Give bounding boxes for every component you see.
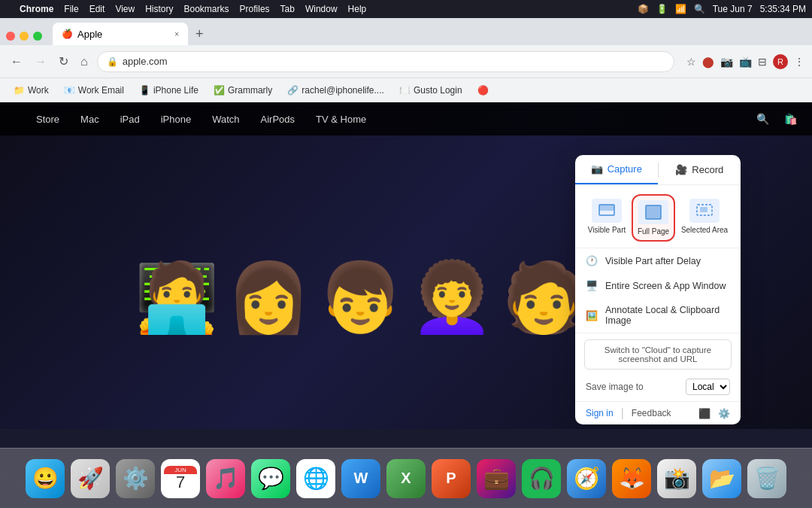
dropbox-icon[interactable]: 📦: [638, 4, 649, 14]
record-tab-label: Record: [692, 164, 723, 175]
grammarly-icon: ✅: [214, 85, 225, 96]
apple-nav-watch[interactable]: Watch: [212, 114, 239, 125]
dock-messages[interactable]: 💬: [251, 459, 290, 498]
dock-slack[interactable]: 💼: [477, 459, 516, 498]
apple-nav-tv[interactable]: TV & Home: [316, 114, 366, 125]
new-tab-button[interactable]: +: [191, 26, 208, 42]
visible-part-mode[interactable]: Visible Part: [583, 194, 630, 242]
menu-file[interactable]: File: [64, 4, 78, 14]
excel-icon: X: [401, 470, 411, 487]
tab-close-button[interactable]: ×: [174, 30, 179, 38]
apple-nav-store[interactable]: Store: [36, 114, 59, 125]
chrome-menu-icon[interactable]: ⋮: [794, 56, 804, 68]
bookmark-star-icon[interactable]: ☆: [686, 56, 696, 68]
full-page-mode[interactable]: Full Page: [632, 194, 675, 242]
firefox-icon: 🦊: [619, 466, 645, 491]
calendar-icon: JUN 7: [164, 462, 197, 495]
capture-modes: Visible Part Full Page: [575, 185, 741, 248]
apple-nav-airpods[interactable]: AirPods: [261, 114, 295, 125]
bookmark-extra[interactable]: 🔴: [471, 83, 495, 98]
apple-nav-iphone[interactable]: iPhone: [161, 114, 191, 125]
powerpoint-icon: P: [446, 470, 456, 487]
bookmark-rachel[interactable]: 🔗 rachel@iphonelife....: [281, 83, 390, 98]
dock-firefox[interactable]: 🦊: [612, 459, 651, 498]
cast-icon[interactable]: 📺: [739, 56, 752, 68]
apple-nav-mac[interactable]: Mac: [80, 114, 99, 125]
menubar: Chrome File Edit View History Bookmarks …: [0, 0, 812, 18]
record-tab[interactable]: 🎥 Record: [659, 155, 741, 184]
bookmark-work-email[interactable]: 📧 Work Email: [58, 83, 130, 98]
settings-icon[interactable]: ⚙️: [718, 408, 730, 419]
close-window-button[interactable]: [6, 32, 15, 41]
active-tab[interactable]: 🍎 Apple ×: [53, 23, 188, 45]
profile-icon[interactable]: R: [773, 54, 788, 69]
menu-history[interactable]: History: [145, 4, 173, 14]
menu-help[interactable]: Help: [348, 4, 367, 14]
reload-button[interactable]: ↻: [56, 51, 71, 71]
entire-screen-item[interactable]: 🖥️ Entire Screen & App Window: [575, 273, 741, 298]
export-icon[interactable]: ⬛: [698, 408, 710, 419]
screenshot-popup: 📷 Capture 🎥 Record: [575, 155, 741, 424]
selected-area-label: Selected Area: [681, 226, 728, 234]
annotate-local-item[interactable]: 🖼️ Annotate Local & Clipboard Image: [575, 298, 741, 333]
apple-search-icon[interactable]: 🔍: [756, 113, 769, 125]
bookmark-gusto[interactable]: 🍽️ Gusto Login: [393, 83, 468, 98]
spotify-icon: 🎧: [529, 466, 555, 491]
dock-finder[interactable]: 😀: [26, 459, 65, 498]
bookmark-work[interactable]: 📁 Work: [8, 83, 55, 98]
dock-excel[interactable]: X: [386, 459, 426, 498]
dock-powerpoint[interactable]: P: [432, 459, 471, 498]
home-button[interactable]: ⌂: [77, 52, 91, 71]
menubar-right: 📦 🔋 📶 🔍 Tue Jun 7 5:35:34 PM: [638, 4, 806, 14]
dock-chrome[interactable]: 🌐: [296, 459, 335, 498]
menu-window[interactable]: Window: [305, 4, 338, 14]
dock-trash[interactable]: 🗑️: [747, 459, 786, 498]
menu-edit[interactable]: Edit: [89, 4, 105, 14]
sidebar-toggle-icon[interactable]: ⊟: [758, 56, 767, 68]
menu-chrome[interactable]: Chrome: [20, 4, 53, 14]
menu-view[interactable]: View: [115, 4, 135, 14]
wifi-icon[interactable]: 📶: [675, 4, 686, 14]
extension-camera-icon[interactable]: 📷: [720, 56, 733, 68]
url-bar[interactable]: 🔒 apple.com: [97, 51, 674, 72]
time: 5:35:34 PM: [760, 4, 806, 14]
bookmark-gusto-label: Gusto Login: [414, 85, 462, 96]
lock-icon: 🔒: [107, 56, 118, 67]
apple-bag-icon[interactable]: 🛍️: [784, 113, 797, 125]
url-text: apple.com: [123, 56, 168, 67]
rachel-icon: 🔗: [287, 85, 298, 96]
sign-in-link[interactable]: Sign in: [586, 408, 614, 418]
fullscreen-window-button[interactable]: [33, 32, 42, 41]
dock-music[interactable]: 🎵: [206, 459, 245, 498]
menu-profiles[interactable]: Profiles: [240, 4, 270, 14]
record-tab-icon: 🎥: [675, 164, 687, 175]
dock-calendar[interactable]: JUN 7: [161, 459, 200, 498]
full-page-label: Full Page: [638, 227, 669, 236]
dock-launchpad[interactable]: 🚀: [71, 459, 110, 498]
back-button[interactable]: ←: [8, 52, 26, 71]
music-icon: 🎵: [213, 466, 239, 491]
feedback-link[interactable]: Feedback: [632, 408, 671, 418]
extension-red-icon[interactable]: ⬤: [702, 56, 714, 68]
capture-tab-icon: 📷: [591, 163, 603, 175]
forward-button[interactable]: →: [32, 52, 50, 71]
dock-spotify[interactable]: 🎧: [522, 459, 561, 498]
visible-part-delay-item[interactable]: 🕐 Visible Part after Delay: [575, 248, 741, 273]
bookmark-iphone-life[interactable]: 📱 iPhone Life: [133, 83, 205, 98]
capture-tab[interactable]: 📷 Capture: [575, 155, 658, 184]
dock-system-preferences[interactable]: ⚙️: [116, 459, 155, 498]
dock-word[interactable]: W: [341, 459, 380, 498]
menu-tab[interactable]: Tab: [280, 4, 295, 14]
bookmark-grammarly[interactable]: ✅ Grammarly: [208, 83, 278, 98]
dock-safari[interactable]: 🧭: [567, 459, 606, 498]
save-location-dropdown[interactable]: Local: [686, 379, 730, 395]
selected-area-mode[interactable]: Selected Area: [677, 194, 732, 242]
menu-bookmarks[interactable]: Bookmarks: [184, 4, 229, 14]
switch-to-cloud-button[interactable]: Switch to "Cloud" to capture screenshot …: [584, 339, 732, 370]
minimize-window-button[interactable]: [20, 32, 29, 41]
dock-files[interactable]: 📂: [702, 459, 741, 498]
svg-rect-2: [646, 205, 661, 219]
apple-nav-ipad[interactable]: iPad: [120, 114, 140, 125]
dock-screencapture[interactable]: 📸: [657, 459, 696, 498]
search-icon[interactable]: 🔍: [694, 4, 705, 14]
